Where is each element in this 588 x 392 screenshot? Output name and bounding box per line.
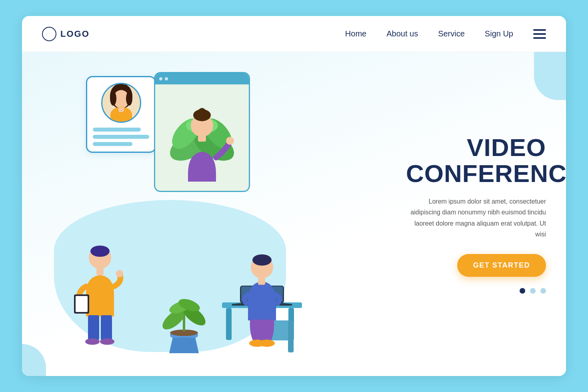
dot-1[interactable] (520, 288, 525, 294)
svg-point-41 (252, 254, 272, 266)
right-content: VIDEO CONFERENCE Lorem ipsum dolor sit a… (398, 52, 566, 376)
svg-point-2 (110, 91, 116, 106)
person-standing-svg (74, 242, 126, 354)
nav-link-home[interactable]: Home (345, 29, 366, 38)
logo-icon (42, 27, 56, 41)
svg-point-23 (85, 338, 100, 345)
plant-pot (162, 291, 206, 357)
nav-item-about[interactable]: About us (386, 29, 418, 38)
hero-title-line2: CONFERENCE (406, 160, 566, 187)
hero-description: Lorem ipsum dolor sit amet, consectetuer… (406, 196, 546, 240)
svg-point-3 (126, 91, 132, 106)
dot-3[interactable] (540, 288, 546, 294)
hamburger-line-2 (533, 33, 546, 35)
hamburger-line-1 (533, 29, 546, 31)
hero-title: VIDEO CONFERENCE (406, 134, 546, 186)
win-dot-2 (165, 77, 168, 80)
nav-link-service[interactable]: Service (438, 29, 465, 38)
profile-avatar (101, 83, 141, 123)
svg-rect-38 (288, 320, 294, 352)
svg-point-24 (100, 338, 114, 345)
get-started-button[interactable]: GET STARTED (457, 254, 546, 277)
video-window (154, 72, 250, 192)
video-bg-plants (162, 94, 242, 182)
svg-point-16 (90, 246, 110, 257)
profile-line-3 (93, 142, 132, 146)
person-sitting-svg (214, 246, 306, 358)
logo-area: LOGO (42, 27, 90, 41)
svg-point-44 (259, 340, 275, 347)
main-content: VIDEO CONFERENCE Lorem ipsum dolor sit a… (22, 52, 566, 376)
profile-line-2 (93, 135, 149, 139)
profile-avatar-svg (102, 84, 140, 122)
nav-link-about[interactable]: About us (386, 29, 418, 38)
video-content (155, 84, 249, 191)
svg-rect-22 (101, 315, 112, 340)
win-dot-1 (159, 77, 162, 80)
svg-point-14 (226, 137, 234, 145)
nav-item-service[interactable]: Service (438, 29, 465, 38)
svg-rect-21 (88, 315, 99, 340)
nav-item-home[interactable]: Home (345, 29, 366, 38)
svg-rect-13 (198, 136, 206, 142)
person-standing (74, 242, 126, 356)
dot-2[interactable] (530, 288, 536, 294)
nav-links: Home About us Service Sign Up (345, 29, 513, 38)
plant-pot-svg (162, 291, 206, 355)
profile-info-lines (93, 128, 149, 146)
logo-text: LOGO (60, 29, 90, 39)
svg-rect-4 (118, 107, 124, 112)
navbar: LOGO Home About us Service Sign Up (22, 16, 566, 52)
main-frame: LOGO Home About us Service Sign Up (22, 16, 566, 376)
svg-rect-20 (76, 296, 88, 312)
video-window-bar (155, 73, 249, 84)
svg-rect-33 (226, 308, 232, 340)
svg-point-18 (116, 270, 123, 277)
carousel-dots (520, 288, 546, 294)
profile-card (86, 76, 156, 153)
nav-item-signup[interactable]: Sign Up (485, 29, 513, 38)
illustration-area (22, 52, 398, 376)
svg-point-12 (198, 108, 206, 116)
nav-link-signup[interactable]: Sign Up (485, 29, 513, 38)
profile-line-1 (93, 128, 141, 132)
hero-title-line1: VIDEO (467, 134, 546, 161)
svg-rect-42 (258, 278, 265, 285)
hamburger-menu[interactable] (533, 29, 546, 39)
hamburger-line-3 (533, 37, 546, 39)
svg-rect-17 (96, 268, 104, 275)
person-sitting (214, 246, 306, 360)
